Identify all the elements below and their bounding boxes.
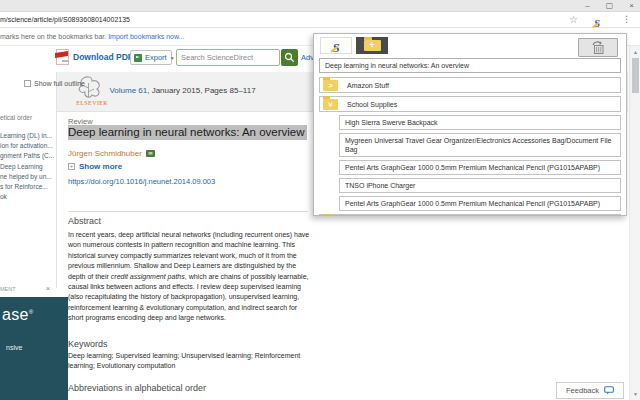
download-pdf-label: Download PDF — [73, 52, 133, 62]
bookmarks-hint-text: marks here on the bookmarks bar. — [0, 33, 106, 40]
folder-chevron-glyph: > — [323, 80, 338, 91]
ad-banner[interactable]: ase® nsive — [0, 297, 68, 400]
registered-mark: ® — [29, 309, 34, 315]
author-row: Jürgen Schmidhuber ✉ — [68, 149, 155, 158]
maximize-icon[interactable]: ▢ — [606, 1, 614, 11]
feedback-chat-icon — [604, 386, 614, 395]
outline-item[interactable]: ne helped by un... — [0, 173, 56, 180]
outline-item[interactable]: ion for activation... — [0, 142, 56, 149]
s-logo-glyph: S — [332, 40, 339, 55]
window-titlebar: – ▢ × — [0, 0, 640, 12]
ad-tagline-fragment: nsive — [6, 344, 22, 351]
scrollbar-thumb[interactable] — [632, 58, 639, 93]
search-input[interactable] — [176, 49, 280, 66]
popup-folder-row[interactable]: >School Supplies — [319, 96, 621, 112]
popup-current-title-input[interactable]: Deep learning in neural networks: An ove… — [319, 58, 621, 73]
outline-list: Learning (DL) in...ion for activation...… — [0, 132, 56, 200]
import-bookmarks-link[interactable]: Import bookmarks now... — [108, 33, 184, 40]
outline-heading-fragment: etical order — [0, 114, 56, 121]
elsevier-wordmark: ELSEVIER — [74, 100, 110, 106]
popup-folder-row[interactable]: >Amazon Stuff — [319, 77, 621, 93]
abbreviations-heading: Abbreviations in alphabetical order — [68, 383, 206, 393]
section-divider — [68, 211, 308, 212]
scroll-down-icon[interactable]: ▼ — [630, 391, 640, 397]
add-folder-button[interactable]: + — [356, 37, 388, 54]
outline-item[interactable]: s for Reinforce... — [0, 183, 56, 190]
popup-item-row[interactable]: Pentel Arts GraphGear 1000 0.5mm Premium… — [339, 160, 621, 175]
popup-logo-button[interactable]: S — [320, 37, 352, 54]
folder-label: Amazon Stuff — [347, 82, 389, 89]
ad-brand-fragment: ase® — [2, 306, 33, 324]
folder-open-icon[interactable]: > — [323, 99, 338, 110]
page-scrollbar[interactable]: ▲ ▼ — [629, 46, 640, 400]
bookmark-star-icon[interactable]: ☆ — [569, 14, 578, 26]
outline-panel: etical order Learning (DL) in...ion for … — [0, 114, 56, 203]
url-omnibox[interactable]: m/science/article/pii/S0893608014002135 — [0, 16, 130, 23]
show-more-label: Show more — [79, 162, 122, 171]
keywords-text: Deep learning; Supervised learning; Unsu… — [68, 351, 314, 371]
popup-folder-row[interactable]: >Engineering Essay: Neural Networking — [319, 214, 621, 216]
export-label: Export — [145, 53, 167, 62]
browser-menu-icon[interactable]: ⋮ — [622, 14, 631, 24]
volume-link[interactable]: Volume 61 — [109, 86, 147, 95]
folder-chevron-glyph: > — [325, 97, 336, 112]
show-full-outline-control: Show full outline — [24, 80, 85, 87]
add-folder-icon: + — [364, 40, 381, 51]
article-title: Deep learning in neural networks: An ove… — [68, 126, 307, 138]
search-button[interactable] — [281, 49, 298, 66]
popup-item-row[interactable]: Pentel Arts GraphGear 1000 0.5mm Premium… — [339, 196, 621, 211]
extension-s-icon[interactable]: S — [590, 13, 604, 26]
export-icon — [134, 54, 142, 62]
export-button[interactable]: Export ▼ — [130, 50, 172, 65]
abstract-italic-phrase: credit assignment paths — [111, 273, 185, 280]
address-bar-row: m/science/article/pii/S0893608014002135 … — [0, 12, 640, 28]
minimize-icon[interactable]: – — [585, 1, 589, 11]
export-caret-icon: ▼ — [170, 55, 175, 61]
outline-item[interactable]: Deep Learning — [0, 163, 56, 170]
article-title-highlight: Deep learning in neural networks: An ove… — [68, 125, 307, 140]
keywords-heading: Keywords — [68, 339, 108, 349]
email-envelope-icon[interactable]: ✉ — [146, 150, 155, 157]
scroll-up-icon[interactable]: ▲ — [630, 49, 640, 55]
outline-item[interactable]: ok — [0, 193, 56, 200]
show-full-outline-checkbox[interactable] — [24, 80, 31, 87]
outline-item[interactable]: Learning (DL) in... — [0, 132, 56, 139]
folder-closed-icon[interactable]: > — [323, 80, 338, 91]
download-pdf-button[interactable]: Download PDF — [56, 49, 133, 65]
sidebar-divider — [56, 72, 57, 288]
pdf-icon — [56, 49, 69, 65]
popup-item-row[interactable]: High Sierra Swerve Backpack — [339, 115, 621, 130]
folder-label: School Supplies — [347, 101, 397, 108]
author-link[interactable]: Jürgen Schmidhuber — [68, 149, 142, 158]
extension-popup: S + Deep learning in neural networks: An… — [313, 33, 627, 216]
plus-glyph: + — [364, 40, 381, 51]
close-icon[interactable]: × — [629, 1, 634, 11]
ad-close-icon[interactable]: × — [46, 285, 50, 292]
popup-item-row[interactable]: Mygreen Universal Travel Gear Organizer/… — [339, 133, 621, 157]
plus-icon: + — [68, 163, 75, 170]
feedback-label: Feedback — [566, 386, 599, 395]
browser-window: – ▢ × m/science/article/pii/S08936080140… — [0, 0, 640, 400]
issue-info: , January 2015, Pages 85–117 — [147, 86, 255, 95]
trash-icon — [590, 40, 607, 55]
show-more-button[interactable]: + Show more — [68, 162, 122, 171]
show-full-outline-label[interactable]: Show full outline — [34, 80, 85, 87]
popup-item-row[interactable]: TNSO iPhone Charger — [339, 178, 621, 193]
feedback-button[interactable]: Feedback — [556, 382, 624, 399]
popup-body: Deep learning in neural networks: An ove… — [314, 58, 626, 216]
volume-issue-line: Volume 61, January 2015, Pages 85–117 — [57, 86, 308, 95]
abstract-text: In recent years, deep artificial neural … — [68, 230, 314, 324]
search-magnifier-icon — [284, 52, 295, 63]
trash-button[interactable] — [578, 38, 618, 57]
popup-row-list: >Amazon Stuff>School SuppliesHigh Sierra… — [319, 77, 621, 216]
doi-link[interactable]: https://doi.org/10.1016/j.neunet.2014.09… — [68, 177, 215, 186]
outline-item[interactable]: gnment Paths (C... — [0, 152, 56, 159]
popup-header: S + — [314, 34, 626, 58]
abstract-heading: Abstract — [68, 216, 101, 226]
